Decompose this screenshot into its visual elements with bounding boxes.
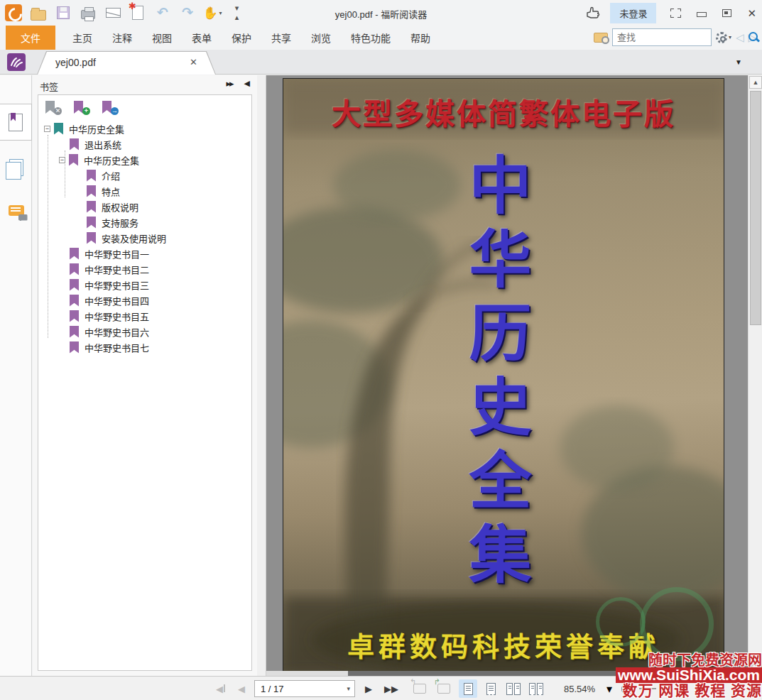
- vertical-scrollbar[interactable]: ▲ ▼: [748, 75, 762, 676]
- bookmark-item[interactable]: 中华野史书目二: [38, 261, 251, 277]
- bookmarks-panel-icon[interactable]: [0, 104, 32, 141]
- chevron-down-icon[interactable]: ▾: [347, 685, 350, 692]
- menu-protect[interactable]: 保护: [222, 26, 261, 50]
- navigation-strip: [0, 75, 32, 676]
- bookmark-item[interactable]: 介绍: [38, 168, 251, 183]
- bookmark-item[interactable]: 支持服务: [38, 214, 251, 230]
- foxit-hand-icon[interactable]: [7, 53, 26, 71]
- cover-vertical-title: 中华历史全集: [462, 153, 525, 596]
- watermark-line3: 数万 网课 教程 资源: [584, 683, 762, 699]
- search-settings[interactable]: ▾: [716, 32, 731, 43]
- tab-close-icon[interactable]: ✕: [190, 57, 197, 67]
- bookmark-icon: [70, 295, 79, 307]
- page-number-box[interactable]: 1 / 17 ▾: [254, 680, 355, 697]
- bookmark-icon: [70, 248, 79, 260]
- panel-splitter[interactable]: [257, 75, 266, 676]
- panel-menu-icon[interactable]: ▸▸: [226, 78, 232, 89]
- page-thumbnails-icon[interactable]: [0, 149, 32, 186]
- search-folder-icon[interactable]: [594, 33, 608, 43]
- watermark-line1: 随时下免费资源网: [584, 653, 762, 668]
- bookmark-icon: [70, 326, 79, 338]
- tab-bar: yej00.pdf ✕ ▼: [0, 50, 762, 75]
- panel-collapse-icon[interactable]: ◀: [244, 79, 250, 88]
- bookmarks-panel-title: 书签: [40, 80, 58, 93]
- bookmark-item[interactable]: 中华野史书目一: [38, 246, 251, 261]
- bookmark-icon: [87, 201, 96, 213]
- page-number-value: 1 / 17: [261, 684, 284, 694]
- goto-bookmark-icon[interactable]: →: [102, 101, 115, 115]
- menu-help[interactable]: 帮助: [401, 26, 440, 50]
- bookmark-icon: [70, 341, 79, 354]
- comments-panel-icon[interactable]: [0, 192, 32, 229]
- bookmarks-panel-header: 书签 ▸▸ ◀: [33, 75, 257, 94]
- bookmark-item[interactable]: 退出系统: [38, 136, 251, 152]
- bookmark-item[interactable]: 中华野史书目四: [38, 292, 251, 308]
- share-hand-icon[interactable]: [584, 6, 600, 21]
- bookmarks-tree: −中华历史全集 退出系统 −中华历史全集 介绍 特点 版权说明 支持服务 安装及…: [38, 119, 251, 355]
- menu-file[interactable]: 文件: [6, 26, 55, 50]
- bookmark-item[interactable]: 特点: [38, 183, 251, 199]
- bookmarks-toolbar: ✕ + →: [38, 95, 251, 119]
- ribbon-bar: 文件 主页 注释 视图 表单 保护 共享 浏览 特色功能 帮助 ▾ ◁ ▷: [0, 26, 762, 50]
- bookmark-item[interactable]: 中华野史书目五: [38, 308, 251, 324]
- menu-browse[interactable]: 浏览: [301, 26, 341, 50]
- next-view-icon[interactable]: [433, 677, 455, 700]
- bookmark-icon: [70, 138, 79, 151]
- scroll-up-icon[interactable]: ▲: [749, 76, 762, 89]
- bookmark-item[interactable]: −中华历史全集: [38, 152, 251, 168]
- back-icon[interactable]: ◁: [736, 31, 744, 44]
- prev-view-icon[interactable]: [409, 677, 430, 700]
- menu-form[interactable]: 表单: [182, 26, 222, 50]
- bookmark-icon: [87, 217, 96, 229]
- cover-top-banner: 大型多媒体简繁体电子版: [283, 90, 724, 133]
- last-page-icon[interactable]: ▶▶: [381, 677, 402, 700]
- bookmark-item[interactable]: 中华野史书目六: [38, 324, 251, 339]
- bookmark-icon: [87, 170, 96, 182]
- bookmarks-panel-body: ✕ + → −中华历史全集 退出系统 −中华历史全集 介绍 特点 版权说明 支持…: [38, 94, 252, 671]
- find-box: [612, 28, 712, 46]
- site-watermark: 随时下免费资源网 www.SuiShiXia.com 数万 网课 教程 资源: [584, 653, 762, 699]
- add-bookmark-icon[interactable]: +: [74, 101, 87, 115]
- scrollbar-thumb[interactable]: [750, 91, 761, 325]
- maximize-icon[interactable]: [722, 9, 731, 17]
- document-tab[interactable]: yej00.pdf ✕: [37, 51, 216, 75]
- menu-comment[interactable]: 注释: [102, 26, 142, 50]
- next-page-icon[interactable]: ▶: [359, 677, 378, 700]
- single-page-icon[interactable]: [459, 679, 477, 698]
- bookmark-item[interactable]: 中华野史书目七: [38, 339, 251, 355]
- bookmark-icon: [70, 279, 79, 291]
- menu-view[interactable]: 视图: [142, 26, 182, 50]
- collapse-expander-icon[interactable]: −: [44, 126, 50, 132]
- continuous-icon[interactable]: [481, 679, 500, 698]
- minimize-icon[interactable]: [697, 12, 707, 17]
- login-button[interactable]: 未登录: [610, 3, 656, 23]
- menu-features[interactable]: 特色功能: [341, 26, 401, 50]
- continuous-facing-icon[interactable]: [527, 679, 545, 698]
- bookmark-item[interactable]: 安装及使用说明: [38, 230, 251, 246]
- menu-share[interactable]: 共享: [261, 26, 301, 50]
- bookmark-icon: [87, 185, 96, 197]
- first-page-icon[interactable]: ◀: [210, 677, 232, 700]
- collapse-expander-icon[interactable]: −: [59, 157, 65, 163]
- bookmarks-panel: 书签 ▸▸ ◀ ✕ + → −中华历史全集 退出系统 −中华历史全集: [33, 75, 257, 676]
- pdf-page[interactable]: 大型多媒体简繁体电子版 中华历史全集 卓群数码科技荣誉奉献: [283, 78, 724, 672]
- tab-label: yej00.pdf: [55, 57, 96, 68]
- bookmark-icon: [70, 310, 79, 322]
- prev-page-icon[interactable]: ◀: [233, 677, 250, 700]
- bookmark-item[interactable]: −中华历史全集: [38, 121, 251, 136]
- ribbon-collapse-icon[interactable]: ▼: [735, 58, 742, 66]
- menu-bar: 主页 注释 视图 表单 保护 共享 浏览 特色功能 帮助: [62, 26, 440, 50]
- document-area[interactable]: 大型多媒体简繁体电子版 中华历史全集 卓群数码科技荣誉奉献 ▲ ▼: [266, 75, 762, 676]
- watermark-stamp-icon: [640, 587, 714, 661]
- dock-windows-icon[interactable]: [670, 9, 681, 18]
- bookmark-icon: [54, 123, 63, 135]
- close-icon[interactable]: ✕: [747, 9, 756, 18]
- title-bar: ↶ ↷ ✋▾ ▾▴ yej00.pdf - 福昕阅读器 未登录 ✕: [0, 0, 762, 26]
- bookmark-icon: [70, 263, 79, 275]
- bookmark-item[interactable]: 版权说明: [38, 199, 251, 214]
- menu-home[interactable]: 主页: [62, 26, 102, 50]
- foxit-reader-window: ↶ ↷ ✋▾ ▾▴ yej00.pdf - 福昕阅读器 未登录 ✕ 文件 主页 …: [0, 0, 762, 700]
- delete-bookmark-icon[interactable]: ✕: [45, 101, 58, 115]
- bookmark-item[interactable]: 中华野史书目三: [38, 277, 251, 292]
- facing-icon[interactable]: [504, 679, 523, 698]
